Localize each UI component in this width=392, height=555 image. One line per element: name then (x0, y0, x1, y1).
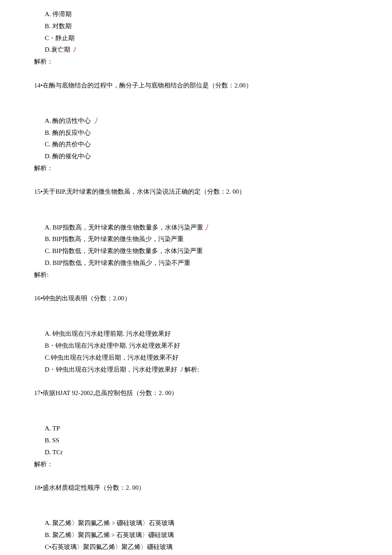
q15-option-b: B. BIP指数高，无叶绿素的微生物虽少，污染严重 (34, 233, 358, 245)
q18-option-a: A. 聚乙烯〉聚四氟乙烯 > 硼硅玻璃〉石英玻璃 (34, 517, 358, 529)
q16-option-c: C.钟虫出现在污水处理后期，污水处理效果不好 (34, 352, 358, 364)
q16-option-d-text: D・钟虫出现在污水处理后期，污水处理效果好 (45, 366, 179, 373)
spacer (34, 506, 358, 518)
q14-option-d: D. 酶的催化中心 (34, 151, 358, 163)
q14-option-a: A. 酶的活性中心 丿 (34, 115, 358, 127)
q14-option-b: B. 酶的反应中心 (34, 127, 358, 139)
q13-correct-mark: J (73, 46, 76, 53)
q13-option-c: C・静止期 (34, 32, 358, 44)
q18-option-d: D. 聚四氟乙烯〉聚乙烯 > 石英玻璃〉硼硅玻璃 丿 (34, 553, 358, 555)
q15-correct-mark: 丿 (205, 224, 211, 231)
q13-option-d: D.衰亡期 J (34, 44, 358, 56)
q17-option-b: B. SS (34, 435, 358, 447)
q18-option-c: C•石英玻璃〉聚四氟乙烯〉聚乙烯〉硼硅玻璃 (34, 541, 358, 553)
q18-stem: 18•盛水材质稳定性顺序（分数：2. 00） (34, 482, 358, 494)
q15-stem: 15•关于BIP,无叶绿素的微生物数虽，水体污染说法正确的定（分数：2. 00） (34, 186, 358, 198)
q15-option-a: A. BIP指数高，无叶绿素的微生物数量多，水体污染严重丿 (34, 222, 358, 234)
q15-option-a-text: A. BIP指数高，无叶绿素的微生物数量多，水体污染严重 (45, 224, 203, 231)
q18-option-b: B. 聚乙烯〉聚四氟乙烯 > 石英玻璃〉硼硅玻璃 (34, 529, 358, 541)
spacer (34, 317, 358, 328)
q17-analysis: 解析： (34, 459, 358, 471)
q13-analysis: 解析： (34, 56, 358, 68)
q15-option-d: D. BIP指数低，无叶绿素的微生物虽少，污染不严重 (34, 257, 358, 269)
q15-analysis: 解析: (34, 269, 358, 281)
spacer (34, 411, 358, 423)
q14-correct-mark: 丿 (94, 117, 100, 124)
q17-stem: 17•依据HJAT 92-2002,总虽控制包括（分数：2. 00） (34, 387, 358, 399)
q15-option-c: C. BIP指数低，无叶绿素的微生物数量多，水体污染严重 (34, 245, 358, 257)
q14-stem: 14•在酶与底物结合的过程中，酶分子上与底物相结合的部位是（分数：2.00） (34, 80, 358, 92)
q16-stem: 16•钟虫的出现表明（分数：2.00） (34, 293, 358, 305)
spacer (34, 210, 358, 222)
q16-option-d: D・钟虫出现在污水处理后期，污水处理效果好 J 解析: (34, 364, 358, 376)
q13-option-a: A. 停滞期 (34, 9, 358, 20)
spacer (34, 103, 358, 115)
q14-option-a-text: A. 酶的活性中心 (45, 117, 92, 124)
q17-option-a: A. TP (34, 423, 358, 435)
q13-option-d-text: D.衰亡期 (45, 46, 72, 53)
q14-analysis: 解析： (34, 163, 358, 174)
document-page: A. 停滞期 B. 对数期 C・静止期 D.衰亡期 J 解析： 14•在酶与底物… (0, 0, 392, 555)
q14-option-c: C. 酶的共价中心 (34, 139, 358, 151)
q13-option-b: B. 对数期 (34, 20, 358, 32)
q16-option-b: B・钟虫出现在污水处理中期. 污水处理效果不好 (34, 340, 358, 352)
q16-analysis-inline: 解析: (183, 366, 199, 373)
q17-option-d: D. TCr (34, 447, 358, 459)
q16-option-a: A. 钟虫出现在污水处理前期. 污水处理效果好 (34, 328, 358, 340)
